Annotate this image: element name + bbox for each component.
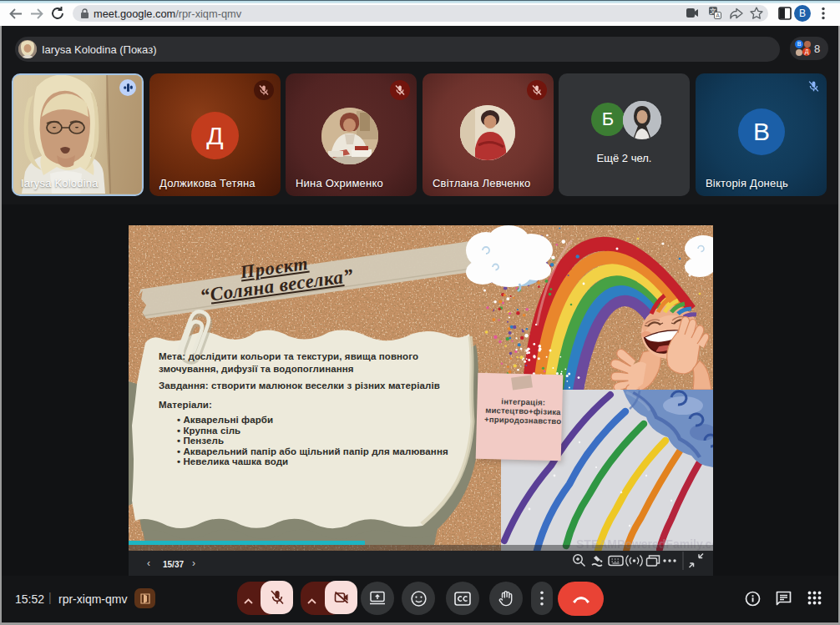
svg-text:A: A — [716, 13, 720, 18]
